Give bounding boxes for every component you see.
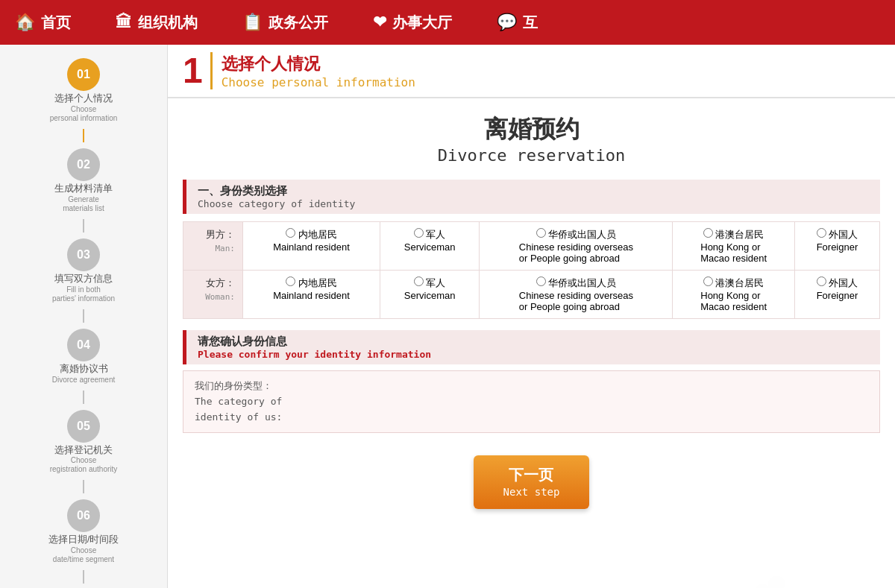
- step-2-label-en: Generatematerials list: [63, 195, 104, 213]
- woman-mainland-radio-label[interactable]: 内地居民: [286, 276, 337, 290]
- woman-label: 女方： Woman:: [183, 271, 243, 319]
- org-icon: 🏛: [116, 13, 132, 32]
- step-circle-1: 01: [67, 58, 100, 91]
- man-overseas-radio-label[interactable]: 华侨或出国人员: [536, 228, 617, 241]
- step-4-label-en: Divorce agreement: [52, 376, 115, 385]
- man-overseas-radio[interactable]: [536, 228, 546, 238]
- sidebar-step-3[interactable]: 03 填写双方信息 Fill in bothparties' informati…: [0, 233, 167, 309]
- woman-service-radio-label[interactable]: 军人: [414, 276, 446, 290]
- step-2-label-cn: 生成材料清单: [54, 183, 113, 195]
- home-icon: 🏠: [15, 13, 35, 32]
- nav-gov[interactable]: 📋 政务公开: [242, 13, 328, 33]
- nav-office[interactable]: ❤ 办事大厅: [373, 13, 452, 33]
- nav-home-label: 首页: [41, 13, 71, 33]
- next-button-container: 下一页 Next step: [168, 440, 895, 524]
- woman-service-radio[interactable]: [414, 276, 424, 286]
- man-service-radio[interactable]: [414, 228, 424, 238]
- gov-icon: 📋: [242, 13, 263, 32]
- connector-5-6: [83, 480, 84, 493]
- step-3-label-en: Fill in bothparties' information: [52, 285, 115, 303]
- woman-hk-radio[interactable]: [703, 276, 713, 286]
- confirm-header-en: Please confirm your identity information: [198, 349, 869, 360]
- woman-option-overseas: 华侨或出国人员 Chinese residing overseasor Peop…: [480, 271, 673, 319]
- woman-label-en: Woman:: [205, 292, 235, 302]
- connector-4-5: [83, 391, 84, 404]
- step-circle-6: 06: [67, 499, 100, 532]
- nav-more[interactable]: 💬 互: [497, 13, 538, 33]
- man-option-service: 军人 Serviceman: [380, 222, 479, 271]
- next-step-button[interactable]: 下一页 Next step: [474, 455, 590, 509]
- woman-hk-radio-label[interactable]: 港澳台居民: [703, 276, 764, 290]
- sidebar-step-7[interactable]: 07 打印预约单 Print preview list: [0, 584, 167, 588]
- more-icon: 💬: [497, 13, 517, 32]
- step-6-label-en: Choosedate/time segment: [53, 546, 114, 564]
- sidebar-step-2[interactable]: 02 生成材料清单 Generatematerials list: [0, 142, 167, 219]
- man-mainland-en: Mainland resident: [273, 241, 350, 253]
- man-hk-radio[interactable]: [703, 228, 713, 238]
- nav-org-label: 组织机构: [138, 13, 198, 33]
- step-1-label-en: Choosepersonal information: [50, 105, 118, 123]
- step-5-label-en: Chooseregistration authority: [50, 456, 118, 474]
- man-option-mainland: 内地居民 Mainland resident: [243, 222, 380, 271]
- woman-overseas-radio-label[interactable]: 华侨或出国人员: [536, 276, 617, 290]
- confirm-header: 请您确认身份信息 Please confirm your identity in…: [183, 330, 880, 364]
- woman-overseas-en: Chinese residing overseasor People going…: [519, 290, 633, 312]
- woman-option-mainland: 内地居民 Mainland resident: [243, 271, 380, 319]
- step-header: 1 选择个人情况 Choose personal information: [168, 45, 895, 98]
- table-row-woman: 女方： Woman: 内地居民 Mainland resident 军人 Ser…: [183, 271, 880, 319]
- main-layout: 01 选择个人情况 Choosepersonal information 02 …: [0, 45, 895, 588]
- man-hk-en: Hong Kong orMacao resident: [700, 241, 767, 264]
- man-service-radio-label[interactable]: 军人: [414, 228, 446, 241]
- table-row-man: 男方： Man: 内地居民 Mainland resident 军人 Servi…: [183, 222, 880, 271]
- woman-hk-en: Hong Kong orMacao resident: [700, 290, 767, 312]
- form-title-en: Divorce reservation: [168, 146, 895, 165]
- man-hk-radio-label[interactable]: 港澳台居民: [703, 228, 764, 241]
- connector-6-7: [83, 570, 84, 584]
- step-circle-4: 04: [67, 329, 100, 361]
- step-4-label-cn: 离婚协议书: [60, 363, 108, 376]
- nav-org[interactable]: 🏛 组织机构: [116, 13, 198, 33]
- nav-gov-label: 政务公开: [268, 13, 328, 33]
- step-title-cn: 选择个人情况: [222, 53, 415, 75]
- man-label: 男方： Man:: [183, 222, 243, 271]
- step-3-label-cn: 填写双方信息: [54, 273, 113, 285]
- woman-foreign-radio[interactable]: [817, 276, 826, 286]
- top-navigation: 🏠 首页 🏛 组织机构 📋 政务公开 ❤ 办事大厅 💬 互: [0, 0, 895, 45]
- section1-header: 一、身份类别选择 Choose category of identity: [183, 180, 880, 214]
- nav-home[interactable]: 🏠 首页: [15, 13, 71, 33]
- step-number-big: 1: [183, 53, 203, 89]
- woman-foreign-en: Foreigner: [817, 290, 858, 301]
- identity-table: 男方： Man: 内地居民 Mainland resident 军人 Servi…: [183, 221, 880, 319]
- connector-2-3: [83, 219, 84, 233]
- man-foreign-radio[interactable]: [817, 228, 826, 238]
- man-option-overseas: 华侨或出国人员 Chinese residing overseasor Peop…: [480, 222, 673, 271]
- connector-3-4: [83, 309, 84, 323]
- man-foreign-radio-label[interactable]: 外国人: [817, 228, 858, 241]
- step-title-en: Choose personal information: [222, 75, 415, 89]
- man-mainland-radio[interactable]: [286, 228, 295, 238]
- step-circle-2: 02: [67, 148, 100, 181]
- sidebar-step-6[interactable]: 06 选择日期/时间段 Choosedate/time segment: [0, 493, 167, 570]
- svg-text:❤: ❤: [744, 562, 801, 588]
- form-title-cn: 离婚预约: [168, 113, 895, 146]
- step-6-label-cn: 选择日期/时间段: [48, 534, 119, 546]
- sidebar-step-1[interactable]: 01 选择个人情况 Choosepersonal information: [0, 52, 167, 129]
- man-mainland-radio-label[interactable]: 内地居民: [286, 228, 337, 241]
- sidebar: 01 选择个人情况 Choosepersonal information 02 …: [0, 45, 168, 588]
- step-circle-5: 05: [67, 410, 100, 443]
- confirm-body-en: The category ofidentity of us:: [195, 396, 282, 423]
- sidebar-step-4[interactable]: 04 离婚协议书 Divorce agreement: [0, 323, 167, 391]
- sidebar-step-5[interactable]: 05 选择登记机关 Chooseregistration authority: [0, 404, 167, 481]
- nav-more-label: 互: [523, 13, 538, 33]
- step-1-label-cn: 选择个人情况: [54, 92, 113, 105]
- woman-mainland-radio[interactable]: [286, 276, 295, 286]
- woman-overseas-radio[interactable]: [536, 276, 546, 286]
- woman-foreign-radio-label[interactable]: 外国人: [817, 276, 858, 290]
- section1-title-en: Choose category of identity: [198, 198, 869, 209]
- woman-option-hk: 港澳台居民 Hong Kong orMacao resident: [673, 271, 794, 319]
- form-title: 离婚预约 Divorce reservation: [168, 98, 895, 172]
- section1-title-cn: 一、身份类别选择: [198, 184, 869, 198]
- step-circle-3: 03: [67, 238, 100, 271]
- next-button-en: Next step: [503, 485, 560, 500]
- woman-option-foreign: 外国人 Foreigner: [794, 271, 879, 319]
